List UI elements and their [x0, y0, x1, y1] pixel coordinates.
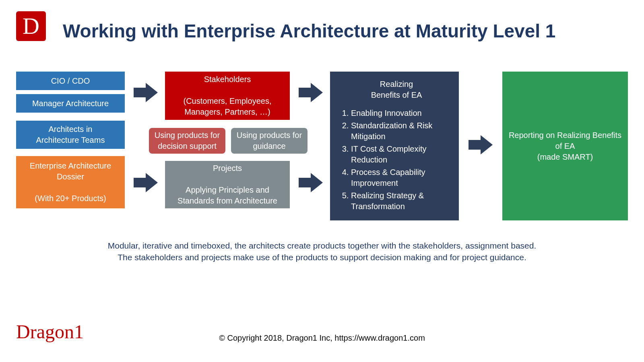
description-line: The stakeholders and projects make use o… [0, 251, 644, 263]
svg-marker-0 [134, 83, 158, 102]
arrow-icon [299, 83, 323, 102]
benefits-item: Process & Capability Improvement [351, 167, 453, 189]
diagram-canvas: D Working with Enterprise Architecture a… [0, 0, 644, 362]
box-realizing-benefits: Realizing Benefits of EA Enabling Innova… [330, 72, 459, 220]
benefits-item: Enabling Innovation [351, 108, 453, 119]
svg-marker-4 [469, 135, 493, 154]
box-using-decision-support: Using products for decision support [149, 128, 225, 154]
box-stakeholders: Stakeholders (Customers, Employees, Mana… [165, 72, 290, 120]
box-cio-cdo: CIO / CDO [16, 72, 125, 90]
svg-marker-2 [299, 83, 323, 102]
brand-logo-icon: D [16, 11, 46, 41]
box-ea-dossier: Enterprise Architecture Dossier (With 20… [16, 156, 125, 208]
arrow-icon [299, 173, 323, 192]
benefits-item: Standardization & Risk Mitigation [351, 120, 453, 142]
box-architecture-teams: Architects in Architecture Teams [16, 121, 125, 149]
benefits-item: IT Cost & Complexity Reduction [351, 144, 453, 165]
description-text: Modular, iterative and timeboxed, the ar… [0, 240, 644, 263]
benefits-list: Enabling Innovation Standardization & Ri… [340, 106, 453, 214]
arrow-icon [134, 83, 158, 102]
benefits-item: Realizing Strategy & Transformation [351, 190, 453, 212]
svg-marker-1 [134, 173, 158, 192]
box-manager-architecture: Manager Architecture [16, 94, 125, 113]
arrow-icon [469, 135, 493, 154]
box-reporting: Reporting on Realizing Benefits of EA (m… [502, 72, 628, 220]
box-using-guidance: Using products for guidance [231, 128, 308, 154]
benefits-footer: (Architecture Plan) [363, 221, 430, 232]
copyright-text: © Copyright 2018, Dragon1 Inc, https://w… [0, 333, 644, 343]
page-title: Working with Enterprise Architecture at … [63, 20, 555, 42]
benefits-header: Realizing Benefits of EA [371, 79, 422, 101]
box-projects: Projects Applying Principles and Standar… [165, 161, 290, 208]
description-line: Modular, iterative and timeboxed, the ar… [0, 240, 644, 251]
arrow-icon [134, 173, 158, 192]
svg-marker-3 [299, 173, 323, 192]
